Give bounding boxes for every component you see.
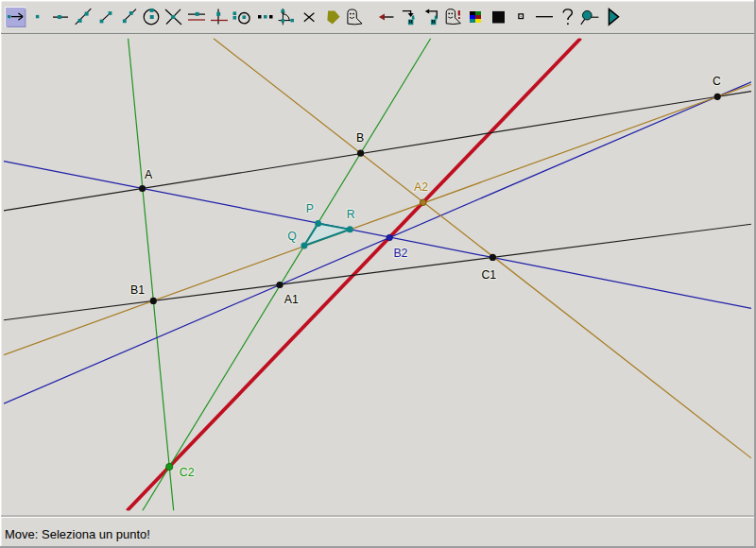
svg-text:B: B (356, 131, 364, 145)
svg-text:C1: C1 (481, 268, 496, 282)
svg-text:R: R (347, 208, 355, 221)
svg-text:Q: Q (287, 230, 297, 243)
svg-text:B2: B2 (393, 247, 407, 260)
svg-text:C2: C2 (180, 466, 195, 479)
svg-text:B1: B1 (130, 283, 145, 297)
svg-text:C: C (713, 75, 721, 88)
svg-text:P: P (306, 202, 314, 215)
svg-text:A1: A1 (284, 293, 299, 306)
svg-text:A2: A2 (414, 180, 428, 194)
svg-text:A: A (145, 168, 153, 181)
